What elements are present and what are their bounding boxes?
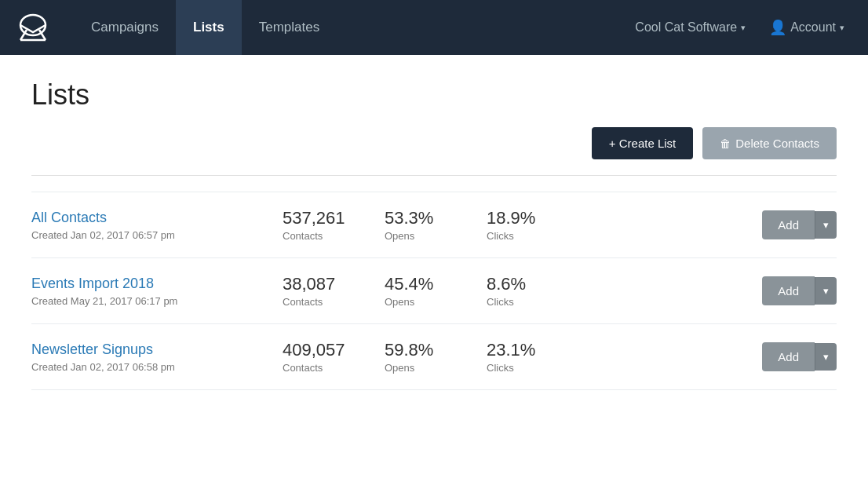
list-created-2: Created Jan 02, 2017 06:58 pm [31,361,283,373]
add-caret-button-2[interactable]: ▾ [815,343,837,371]
contacts-label: Contacts [283,230,385,242]
list-actions-0: Add ▾ [762,210,837,239]
list-info: Newsletter Signups Created Jan 02, 2017 … [31,341,283,373]
list-row: Events Import 2018 Created May 21, 2017 … [31,258,837,324]
list-contacts-2: 409,057 Contacts [283,340,385,374]
action-bar: + Create List 🗑 Delete Contacts [31,127,837,176]
opens-label: Opens [385,362,487,374]
list-created-0: Created Jan 02, 2017 06:57 pm [31,229,283,241]
list-row: All Contacts Created Jan 02, 2017 06:57 … [31,192,837,258]
list-opens-2: 59.8% Opens [385,340,487,374]
list-name-2[interactable]: Newsletter Signups [31,341,153,357]
clicks-value-2: 23.1% [487,340,589,360]
list-clicks-2: 23.1% Clicks [487,340,589,374]
contacts-value-0: 537,261 [283,208,385,228]
opens-label: Opens [385,230,487,242]
lists-table: All Contacts Created Jan 02, 2017 06:57 … [31,192,837,390]
contacts-value-2: 409,057 [283,340,385,360]
clicks-label: Clicks [487,230,589,242]
page-title: Lists [31,79,837,111]
clicks-label: Clicks [487,362,589,374]
list-row: Newsletter Signups Created Jan 02, 2017 … [31,324,837,390]
list-clicks-0: 18.9% Clicks [487,208,589,242]
list-name-0[interactable]: All Contacts [31,210,107,225]
contacts-label: Contacts [283,296,385,308]
opens-value-2: 59.8% [385,340,487,360]
trash-icon: 🗑 [720,137,731,150]
list-opens-0: 53.3% Opens [385,208,487,242]
contacts-value-1: 38,087 [283,274,385,294]
add-button-2[interactable]: Add [762,342,815,371]
add-button-0[interactable]: Add [762,210,815,239]
clicks-value-1: 8.6% [487,274,589,294]
list-opens-1: 45.4% Opens [385,274,487,308]
list-actions-1: Add ▾ [762,276,837,305]
create-list-button[interactable]: + Create List [592,127,693,159]
main-nav: Campaigns Lists Templates Cool Cat Softw… [0,0,868,55]
company-dropdown[interactable]: Cool Cat Software ▾ [627,20,753,35]
clicks-value-0: 18.9% [487,208,589,228]
main-content: Lists + Create List 🗑 Delete Contacts Al… [0,55,868,414]
list-contacts-1: 38,087 Contacts [283,274,385,308]
opens-value-0: 53.3% [385,208,487,228]
nav-links: Campaigns Lists Templates [74,0,627,55]
list-clicks-1: 8.6% Clicks [487,274,589,308]
list-actions-2: Add ▾ [762,342,837,371]
list-contacts-0: 537,261 Contacts [283,208,385,242]
company-name: Cool Cat Software [635,20,737,35]
company-caret-icon: ▾ [741,23,746,33]
list-created-1: Created May 21, 2017 06:17 pm [31,295,283,307]
nav-lists[interactable]: Lists [176,0,242,55]
clicks-label: Clicks [487,296,589,308]
opens-label: Opens [385,296,487,308]
list-info: Events Import 2018 Created May 21, 2017 … [31,276,283,307]
opens-value-1: 45.4% [385,274,487,294]
account-label: Account [790,20,836,35]
add-caret-button-0[interactable]: ▾ [815,211,837,239]
account-dropdown[interactable]: 👤 Account ▾ [761,19,852,36]
add-caret-button-1[interactable]: ▾ [815,277,837,305]
list-name-1[interactable]: Events Import 2018 [31,276,154,291]
account-caret-icon: ▾ [840,23,844,33]
contacts-label: Contacts [283,362,385,374]
logo[interactable] [16,10,50,45]
list-info: All Contacts Created Jan 02, 2017 06:57 … [31,210,283,241]
nav-campaigns[interactable]: Campaigns [74,0,176,55]
add-button-1[interactable]: Add [762,276,815,305]
delete-contacts-button[interactable]: 🗑 Delete Contacts [702,127,837,159]
account-icon: 👤 [769,19,786,36]
nav-right: Cool Cat Software ▾ 👤 Account ▾ [627,19,852,36]
nav-templates[interactable]: Templates [242,0,337,55]
